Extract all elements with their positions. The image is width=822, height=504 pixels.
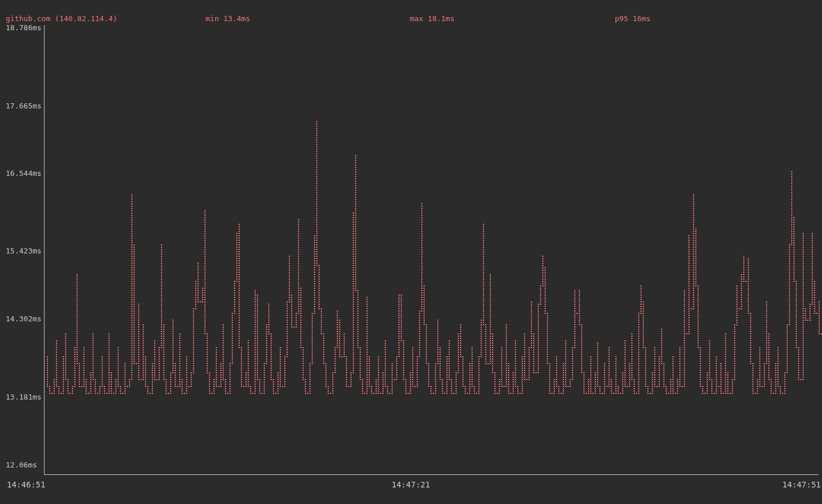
y-axis-tick-label: 14.302ms: [6, 315, 42, 323]
latency-chart-canvas: [0, 0, 822, 504]
stat-max-label: max 18.1ms: [410, 15, 454, 23]
y-axis-tick-label: 12.06ms: [6, 461, 37, 469]
y-axis-tick-label: 13.181ms: [6, 393, 42, 401]
y-axis-tick-label: 16.544ms: [6, 170, 42, 178]
y-axis-tick-label: 15.423ms: [6, 247, 42, 255]
gping-terminal-screen: github.com (140.82.114.4) min 13.4ms max…: [0, 0, 822, 504]
stat-p95-label: p95 16ms: [615, 15, 651, 23]
x-axis-tick-label: 14:46:51: [7, 481, 45, 489]
x-axis-tick-label: 14:47:21: [392, 481, 430, 489]
stat-min-label: min 13.4ms: [206, 15, 250, 23]
target-host-label: github.com (140.82.114.4): [6, 15, 118, 23]
y-axis-tick-label: 17.665ms: [6, 102, 42, 110]
x-axis-tick-label: 14:47:51: [783, 481, 821, 489]
y-axis-tick-label: 18.786ms: [6, 24, 42, 32]
